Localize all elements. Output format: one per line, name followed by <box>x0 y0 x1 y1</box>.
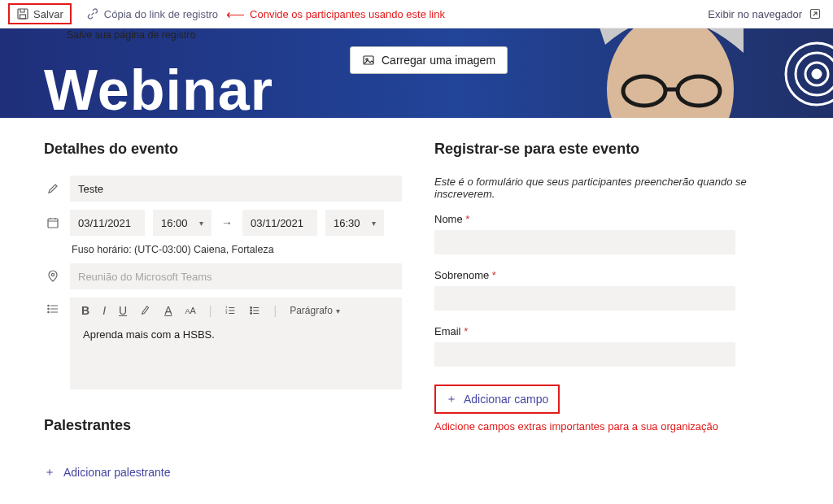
svg-point-14 <box>813 70 821 78</box>
save-button-label: Salvar <box>33 8 63 20</box>
add-field-label: Adicionar campo <box>464 393 548 406</box>
font-color-button[interactable]: A <box>164 304 172 317</box>
end-time-select[interactable]: 16:30 ▾ <box>325 210 384 236</box>
chevron-down-icon: ▾ <box>199 219 203 228</box>
end-date-input[interactable]: 03/11/2021 <box>242 210 317 236</box>
add-field-button[interactable]: ＋ Adicionar campo <box>434 385 560 414</box>
surname-field[interactable] <box>434 286 735 311</box>
location-icon <box>44 270 62 283</box>
invite-annotation: ⟵ Convide os participantes usando este l… <box>226 7 445 22</box>
save-caption-annotation: Salve sua página de registro <box>67 29 195 41</box>
underline-button[interactable]: U <box>119 304 127 317</box>
paragraph-style-label: Parágrafo <box>290 305 333 316</box>
chevron-down-icon: ▾ <box>372 219 376 228</box>
save-button[interactable]: Salvar <box>8 3 72 24</box>
italic-button[interactable]: I <box>102 304 106 317</box>
speakers-heading: Palestrantes <box>44 417 402 434</box>
calendar-icon <box>44 216 62 229</box>
add-speaker-button[interactable]: ＋ Adicionar palestrante <box>44 465 171 480</box>
svg-point-19 <box>48 311 49 312</box>
registration-heading: Registrar-se para este evento <box>434 141 789 158</box>
event-details-column: Detalhes do evento Teste 03/11/2021 16:0… <box>44 141 402 480</box>
title-row: Teste <box>44 176 402 202</box>
timezone-row: Fuso horário: (UTC-03:00) Caiena, Fortal… <box>44 244 402 255</box>
email-field[interactable] <box>434 342 735 367</box>
start-date-input[interactable]: 03/11/2021 <box>70 210 145 236</box>
location-row: Reunião do Microsoft Teams <box>44 263 402 289</box>
start-time-value: 16:00 <box>161 217 188 229</box>
banner-title: Webinar <box>44 58 273 118</box>
view-in-browser-label: Exibir no navegador <box>708 8 802 20</box>
start-time-select[interactable]: 16:00 ▾ <box>153 210 212 236</box>
bullet-list-button[interactable] <box>249 305 260 316</box>
svg-point-25 <box>251 313 252 315</box>
arrow-right-icon: → <box>220 216 234 229</box>
list-icon <box>44 302 62 315</box>
invite-annotation-text: Convide os participantes usando este lin… <box>250 8 445 20</box>
registration-form-column: Registrar-se para este evento Este é o f… <box>434 141 789 480</box>
rte-toolbar: B I U A AA | 123 | <box>70 298 402 320</box>
plus-icon: ＋ <box>446 392 457 406</box>
svg-point-18 <box>48 308 49 309</box>
copy-registration-link[interactable]: Cópia do link de registro <box>86 7 218 20</box>
top-toolbar: Salvar Cópia do link de registro ⟵ Convi… <box>0 0 833 28</box>
add-field-annotation: Adicione campos extras importantes para … <box>434 420 789 432</box>
description-editor[interactable]: B I U A AA | 123 | <box>70 298 402 389</box>
popout-icon <box>809 7 822 20</box>
svg-rect-0 <box>18 9 28 19</box>
highlight-button[interactable] <box>140 305 151 316</box>
image-icon <box>362 54 375 67</box>
registration-intro: Este é o formulário que seus participant… <box>434 176 789 200</box>
email-field-label: Email * <box>434 325 789 337</box>
svg-rect-1 <box>20 15 26 19</box>
name-field[interactable] <box>434 230 735 254</box>
bold-button[interactable]: B <box>81 304 89 317</box>
svg-point-24 <box>251 310 252 311</box>
upload-image-label: Carregar uma imagem <box>382 54 495 67</box>
add-speaker-label: Adicionar palestrante <box>63 466 171 479</box>
banner: Webinar Carregar uma imagem <box>0 28 833 118</box>
date-row: 03/11/2021 16:00 ▾ → 03/11/2021 16:30 ▾ <box>44 210 402 236</box>
name-field-label: Nome * <box>434 213 789 225</box>
svg-point-17 <box>48 305 49 306</box>
surname-field-label: Sobrenome * <box>434 269 789 281</box>
link-icon <box>86 7 99 20</box>
numbered-list-button[interactable]: 123 <box>225 305 236 316</box>
font-size-button[interactable]: AA <box>185 306 195 315</box>
svg-point-16 <box>51 273 54 276</box>
required-asterisk: * <box>465 213 469 225</box>
svg-text:3: 3 <box>225 311 228 315</box>
speakers-section: Palestrantes ＋ Adicionar palestrante <box>44 417 402 480</box>
event-details-heading: Detalhes do evento <box>44 141 402 158</box>
svg-point-23 <box>251 307 252 309</box>
main-content: Detalhes do evento Teste 03/11/2021 16:0… <box>0 118 833 480</box>
description-row: B I U A AA | 123 | <box>44 298 402 389</box>
svg-point-6 <box>607 28 734 118</box>
edit-icon <box>44 182 62 195</box>
paragraph-style-select[interactable]: Parágrafo ▾ <box>290 305 340 316</box>
chevron-down-icon: ▾ <box>336 306 340 315</box>
description-body[interactable]: Aprenda mais com a HSBS. <box>70 320 402 389</box>
copy-registration-link-label: Cópia do link de registro <box>104 8 218 20</box>
save-icon <box>16 7 29 20</box>
event-title-input[interactable]: Teste <box>70 176 402 202</box>
upload-image-button[interactable]: Carregar uma imagem <box>350 46 508 74</box>
plus-icon: ＋ <box>44 465 55 480</box>
timezone-text: Fuso horário: (UTC-03:00) Caiena, Fortal… <box>70 244 274 255</box>
required-asterisk: * <box>492 269 496 281</box>
end-time-value: 16:30 <box>334 217 360 229</box>
svg-point-11 <box>786 43 833 105</box>
view-in-browser-button[interactable]: Exibir no navegador <box>708 7 822 20</box>
svg-rect-15 <box>48 219 58 228</box>
location-input[interactable]: Reunião do Microsoft Teams <box>70 263 402 289</box>
arrow-left-icon: ⟵ <box>226 7 245 22</box>
required-asterisk: * <box>464 325 468 337</box>
